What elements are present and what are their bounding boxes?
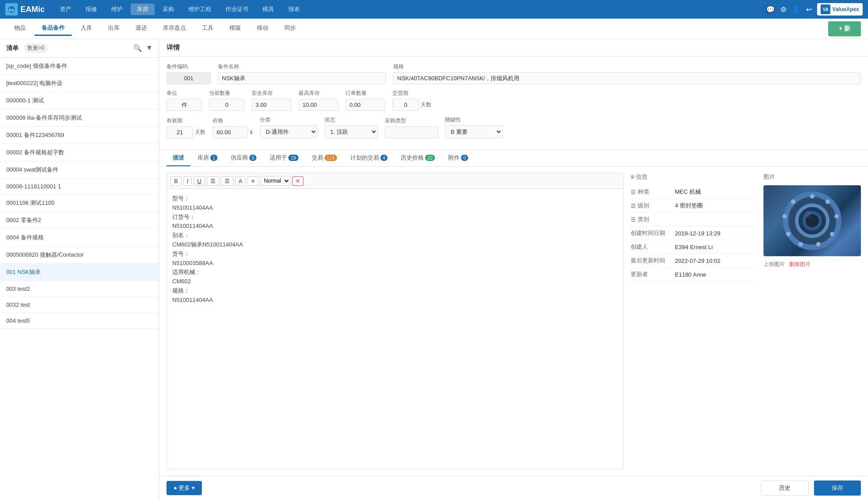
user-icon[interactable]: 👤 bbox=[792, 5, 801, 14]
info-label-updater: 更新者 bbox=[631, 270, 675, 278]
save-button[interactable]: 保存 bbox=[814, 480, 861, 496]
tab-applicable[interactable]: 适用于19 bbox=[264, 150, 304, 166]
list-item[interactable]: 0004 备件规格 bbox=[0, 229, 159, 246]
new-button[interactable]: + 新 bbox=[828, 21, 861, 36]
price-input-group: ¥ bbox=[213, 126, 253, 138]
delivery-input[interactable] bbox=[392, 99, 419, 111]
validity-input[interactable] bbox=[167, 126, 193, 138]
back-icon[interactable]: ↩ bbox=[806, 5, 812, 14]
field-safety-stock: 安全库存 bbox=[252, 90, 291, 111]
unit-input[interactable] bbox=[167, 99, 202, 111]
category-select[interactable]: D-通用件 bbox=[260, 125, 318, 138]
description-editor: B I U ☰ ☰ A ≡ Normal ✕ 型号： N510011404AA … bbox=[167, 173, 624, 469]
list-item[interactable]: [test000222] 电脑外设 bbox=[0, 75, 159, 92]
filter-icon[interactable]: ▼ bbox=[146, 44, 153, 52]
nav-mold[interactable]: 模具 bbox=[256, 4, 280, 15]
price-input[interactable] bbox=[213, 126, 248, 138]
tab-desc[interactable]: 描述 bbox=[167, 150, 190, 166]
field-current-qty: 当前数量 bbox=[209, 90, 244, 111]
field-spec: 规格 bbox=[393, 63, 861, 84]
italic-button[interactable]: I bbox=[183, 176, 192, 186]
list-item[interactable]: 0032 test bbox=[0, 297, 159, 313]
price-label: 价格 bbox=[213, 117, 253, 125]
bottom-bar: ● 更多 ▾ 历史 保存 bbox=[159, 476, 868, 500]
bold-button[interactable]: B bbox=[170, 176, 182, 186]
delivery-label: 交货期 bbox=[392, 90, 431, 97]
tab-warehouse[interactable]: 库房1 bbox=[191, 150, 224, 166]
nav-purchase[interactable]: 采购 bbox=[156, 4, 180, 15]
max-stock-input[interactable] bbox=[298, 99, 338, 111]
spec-input[interactable] bbox=[393, 72, 861, 84]
purchase-type-input[interactable] bbox=[385, 126, 438, 138]
current-qty-input[interactable] bbox=[209, 99, 244, 111]
list-item[interactable]: 00006-1118110001 1 bbox=[0, 179, 159, 195]
list-item[interactable]: 000000-1 测试 bbox=[0, 92, 159, 109]
ul-button[interactable]: ☰ bbox=[207, 176, 219, 186]
nav-assets[interactable]: 资产 bbox=[54, 4, 78, 15]
subnav-inventory[interactable]: 库存盘点 bbox=[156, 21, 193, 36]
app-logo[interactable]: EA EAMic bbox=[5, 3, 45, 16]
info-value-creator: E394 Ernest Li bbox=[675, 244, 713, 250]
list-item-active[interactable]: 001 NSK轴承 bbox=[0, 264, 159, 281]
tab-planned-tx[interactable]: 计划的交易4 bbox=[344, 150, 394, 166]
list-bullet-icon2: ☰ bbox=[631, 203, 636, 209]
subnav-inbound[interactable]: 入库 bbox=[74, 21, 99, 36]
detail-title: 详情 bbox=[167, 43, 180, 51]
subnav-move[interactable]: 移动 bbox=[250, 21, 275, 36]
field-unit: 单位 bbox=[167, 90, 202, 111]
detail-form: 备件编码 备件名称 规格 单位 当前数量 bbox=[159, 57, 868, 150]
nav-work-cert[interactable]: 作业证书 bbox=[219, 4, 255, 15]
list-item[interactable]: [sp_code] 领值备件备件 bbox=[0, 58, 159, 75]
subnav-spare-parts[interactable]: 备品备件 bbox=[35, 21, 72, 36]
list-item[interactable]: 0005006920 接触器/Contactor bbox=[0, 246, 159, 264]
align-button[interactable]: ≡ bbox=[248, 176, 258, 186]
settings-icon[interactable]: ⚙ bbox=[780, 5, 787, 14]
info-value-created-date: 2019-12-19 13:29 bbox=[675, 230, 721, 237]
code-input[interactable] bbox=[167, 72, 211, 84]
subnav-outbound[interactable]: 出库 bbox=[101, 21, 127, 36]
form-row-1: 备件编码 备件名称 规格 bbox=[167, 63, 861, 84]
more-button[interactable]: ● 更多 ▾ bbox=[167, 481, 202, 495]
tab-price-history[interactable]: 历史价格22 bbox=[395, 150, 441, 166]
safety-stock-input[interactable] bbox=[252, 99, 291, 111]
nav-maintenance-eng[interactable]: 维护工程 bbox=[182, 4, 217, 15]
tab-supplier[interactable]: 供应商6 bbox=[225, 150, 263, 166]
list-item[interactable]: 000008 lila-备件库存同步测试 bbox=[0, 109, 159, 127]
list-item[interactable]: 00002 备件规格超字数 bbox=[0, 144, 159, 161]
search-icon[interactable]: 🔍 bbox=[133, 44, 142, 52]
nav-report[interactable]: 报表 bbox=[282, 4, 306, 15]
key-select[interactable]: B 重要 bbox=[445, 125, 503, 138]
order-qty-input[interactable] bbox=[345, 99, 385, 111]
nav-warehouse[interactable]: 库房 bbox=[131, 4, 155, 15]
list-item[interactable]: 00001 备件123456789 bbox=[0, 127, 159, 144]
message-icon[interactable]: 💬 bbox=[766, 5, 775, 14]
subnav-sync[interactable]: 同步 bbox=[277, 21, 303, 36]
list-item[interactable]: 0001106 测试1105 bbox=[0, 195, 159, 212]
subnav-template[interactable]: 模版 bbox=[222, 21, 248, 36]
clear-format-button[interactable]: ✕ bbox=[292, 176, 303, 186]
history-button[interactable]: 历史 bbox=[761, 480, 809, 496]
subnav-return[interactable]: 退还 bbox=[128, 21, 154, 36]
tab-transactions[interactable]: 交易119 bbox=[306, 150, 343, 166]
list-item[interactable]: 003 test2 bbox=[0, 281, 159, 297]
status-select[interactable]: 1. 活跃 bbox=[325, 125, 378, 138]
subnav-tools[interactable]: 工具 bbox=[195, 21, 221, 36]
form-row-2: 单位 当前数量 安全库存 最高库存 订单数量 bbox=[167, 90, 861, 111]
info-row-class: ☰ 类别 bbox=[631, 213, 756, 227]
name-input[interactable] bbox=[218, 72, 386, 84]
list-item[interactable]: 00004 swat测试备件 bbox=[0, 161, 159, 179]
upload-image-button[interactable]: 上传图片 bbox=[763, 260, 785, 269]
ol-button[interactable]: ☰ bbox=[221, 176, 233, 186]
format-select[interactable]: Normal bbox=[260, 176, 291, 186]
logo-icon: EA bbox=[5, 3, 18, 16]
list-item[interactable]: 004 test5 bbox=[0, 313, 159, 329]
delete-image-button[interactable]: 删除图片 bbox=[789, 260, 810, 269]
list-item[interactable]: 0002 零备件2 bbox=[0, 212, 159, 229]
subnav-items[interactable]: 物品 bbox=[7, 21, 33, 36]
editor-content[interactable]: 型号： N510011404AA 订货号： N510011404AA 别名： C… bbox=[167, 189, 623, 469]
tab-attachments[interactable]: 附件0 bbox=[442, 150, 474, 166]
nav-maintenance[interactable]: 维护 bbox=[105, 4, 129, 15]
underline-button[interactable]: U bbox=[194, 176, 205, 186]
font-color-button[interactable]: A bbox=[235, 176, 246, 186]
nav-repair[interactable]: 报修 bbox=[79, 4, 103, 15]
